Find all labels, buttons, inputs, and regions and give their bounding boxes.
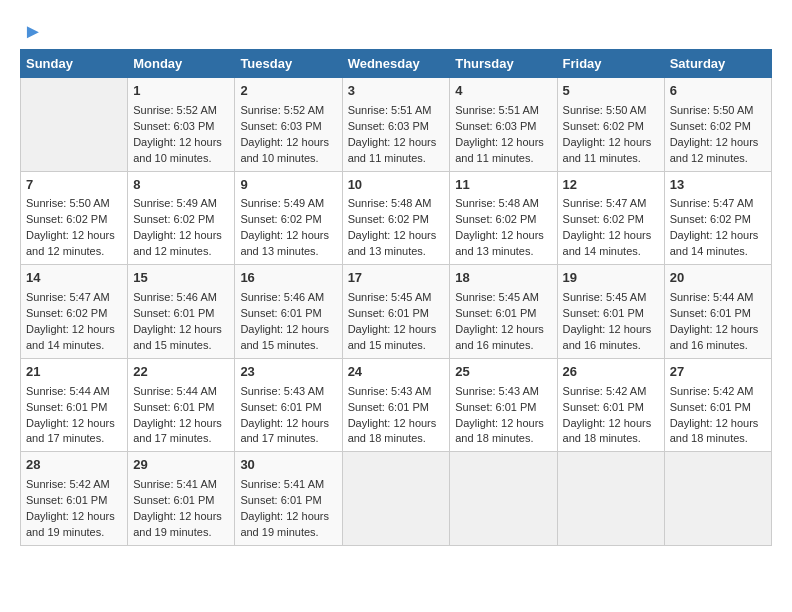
sunset-text: Sunset: 6:02 PM <box>670 212 766 228</box>
day-number: 8 <box>133 176 229 195</box>
day-number: 27 <box>670 363 766 382</box>
calendar-cell: 16Sunrise: 5:46 AMSunset: 6:01 PMDayligh… <box>235 265 342 359</box>
sunset-text: Sunset: 6:01 PM <box>240 306 336 322</box>
calendar-cell: 18Sunrise: 5:45 AMSunset: 6:01 PMDayligh… <box>450 265 557 359</box>
calendar-cell: 2Sunrise: 5:52 AMSunset: 6:03 PMDaylight… <box>235 78 342 172</box>
sunrise-text: Sunrise: 5:42 AM <box>563 384 659 400</box>
sunrise-text: Sunrise: 5:51 AM <box>455 103 551 119</box>
day-number: 14 <box>26 269 122 288</box>
calendar-cell: 13Sunrise: 5:47 AMSunset: 6:02 PMDayligh… <box>664 171 771 265</box>
weekday-header-thursday: Thursday <box>450 50 557 78</box>
sunrise-text: Sunrise: 5:52 AM <box>133 103 229 119</box>
sunset-text: Sunset: 6:02 PM <box>348 212 445 228</box>
calendar-cell <box>450 452 557 546</box>
sunrise-text: Sunrise: 5:47 AM <box>670 196 766 212</box>
sunset-text: Sunset: 6:02 PM <box>563 212 659 228</box>
daylight-text: Daylight: 12 hours and 17 minutes. <box>26 416 122 448</box>
sunrise-text: Sunrise: 5:48 AM <box>455 196 551 212</box>
day-number: 22 <box>133 363 229 382</box>
calendar-cell: 23Sunrise: 5:43 AMSunset: 6:01 PMDayligh… <box>235 358 342 452</box>
calendar-cell: 25Sunrise: 5:43 AMSunset: 6:01 PMDayligh… <box>450 358 557 452</box>
sunset-text: Sunset: 6:01 PM <box>455 400 551 416</box>
sunrise-text: Sunrise: 5:41 AM <box>240 477 336 493</box>
sunrise-text: Sunrise: 5:42 AM <box>670 384 766 400</box>
sunset-text: Sunset: 6:01 PM <box>670 400 766 416</box>
day-number: 9 <box>240 176 336 195</box>
day-number: 24 <box>348 363 445 382</box>
daylight-text: Daylight: 12 hours and 13 minutes. <box>348 228 445 260</box>
sunset-text: Sunset: 6:01 PM <box>26 493 122 509</box>
sunrise-text: Sunrise: 5:45 AM <box>563 290 659 306</box>
weekday-header-saturday: Saturday <box>664 50 771 78</box>
sunrise-text: Sunrise: 5:42 AM <box>26 477 122 493</box>
calendar-cell: 26Sunrise: 5:42 AMSunset: 6:01 PMDayligh… <box>557 358 664 452</box>
daylight-text: Daylight: 12 hours and 14 minutes. <box>26 322 122 354</box>
daylight-text: Daylight: 12 hours and 15 minutes. <box>348 322 445 354</box>
sunrise-text: Sunrise: 5:50 AM <box>563 103 659 119</box>
daylight-text: Daylight: 12 hours and 18 minutes. <box>455 416 551 448</box>
sunrise-text: Sunrise: 5:47 AM <box>26 290 122 306</box>
day-number: 30 <box>240 456 336 475</box>
sunset-text: Sunset: 6:01 PM <box>133 400 229 416</box>
day-number: 23 <box>240 363 336 382</box>
sunrise-text: Sunrise: 5:44 AM <box>133 384 229 400</box>
calendar-cell: 20Sunrise: 5:44 AMSunset: 6:01 PMDayligh… <box>664 265 771 359</box>
logo-arrow-icon: ► <box>23 20 43 43</box>
calendar-cell: 15Sunrise: 5:46 AMSunset: 6:01 PMDayligh… <box>128 265 235 359</box>
sunset-text: Sunset: 6:02 PM <box>240 212 336 228</box>
calendar-cell <box>342 452 450 546</box>
sunset-text: Sunset: 6:01 PM <box>133 493 229 509</box>
sunrise-text: Sunrise: 5:43 AM <box>240 384 336 400</box>
daylight-text: Daylight: 12 hours and 17 minutes. <box>240 416 336 448</box>
daylight-text: Daylight: 12 hours and 11 minutes. <box>455 135 551 167</box>
calendar-cell: 5Sunrise: 5:50 AMSunset: 6:02 PMDaylight… <box>557 78 664 172</box>
day-number: 19 <box>563 269 659 288</box>
calendar-cell: 11Sunrise: 5:48 AMSunset: 6:02 PMDayligh… <box>450 171 557 265</box>
daylight-text: Daylight: 12 hours and 12 minutes. <box>26 228 122 260</box>
sunset-text: Sunset: 6:02 PM <box>455 212 551 228</box>
sunset-text: Sunset: 6:02 PM <box>670 119 766 135</box>
sunrise-text: Sunrise: 5:45 AM <box>348 290 445 306</box>
daylight-text: Daylight: 12 hours and 14 minutes. <box>670 228 766 260</box>
calendar-cell: 22Sunrise: 5:44 AMSunset: 6:01 PMDayligh… <box>128 358 235 452</box>
logo: ► <box>20 20 43 43</box>
daylight-text: Daylight: 12 hours and 19 minutes. <box>26 509 122 541</box>
daylight-text: Daylight: 12 hours and 10 minutes. <box>240 135 336 167</box>
calendar-cell: 24Sunrise: 5:43 AMSunset: 6:01 PMDayligh… <box>342 358 450 452</box>
daylight-text: Daylight: 12 hours and 17 minutes. <box>133 416 229 448</box>
calendar-cell: 8Sunrise: 5:49 AMSunset: 6:02 PMDaylight… <box>128 171 235 265</box>
daylight-text: Daylight: 12 hours and 16 minutes. <box>670 322 766 354</box>
day-number: 10 <box>348 176 445 195</box>
weekday-header-wednesday: Wednesday <box>342 50 450 78</box>
calendar-cell: 1Sunrise: 5:52 AMSunset: 6:03 PMDaylight… <box>128 78 235 172</box>
sunset-text: Sunset: 6:02 PM <box>26 212 122 228</box>
calendar-cell: 19Sunrise: 5:45 AMSunset: 6:01 PMDayligh… <box>557 265 664 359</box>
sunrise-text: Sunrise: 5:41 AM <box>133 477 229 493</box>
calendar-table: SundayMondayTuesdayWednesdayThursdayFrid… <box>20 49 772 546</box>
daylight-text: Daylight: 12 hours and 18 minutes. <box>348 416 445 448</box>
calendar-cell: 10Sunrise: 5:48 AMSunset: 6:02 PMDayligh… <box>342 171 450 265</box>
calendar-cell <box>557 452 664 546</box>
day-number: 1 <box>133 82 229 101</box>
calendar-cell: 3Sunrise: 5:51 AMSunset: 6:03 PMDaylight… <box>342 78 450 172</box>
weekday-header-monday: Monday <box>128 50 235 78</box>
calendar-cell: 6Sunrise: 5:50 AMSunset: 6:02 PMDaylight… <box>664 78 771 172</box>
sunset-text: Sunset: 6:01 PM <box>455 306 551 322</box>
daylight-text: Daylight: 12 hours and 15 minutes. <box>133 322 229 354</box>
sunset-text: Sunset: 6:01 PM <box>26 400 122 416</box>
calendar-cell <box>664 452 771 546</box>
day-number: 2 <box>240 82 336 101</box>
calendar-cell: 27Sunrise: 5:42 AMSunset: 6:01 PMDayligh… <box>664 358 771 452</box>
calendar-cell: 30Sunrise: 5:41 AMSunset: 6:01 PMDayligh… <box>235 452 342 546</box>
sunrise-text: Sunrise: 5:44 AM <box>26 384 122 400</box>
day-number: 20 <box>670 269 766 288</box>
calendar-cell <box>21 78 128 172</box>
calendar-cell: 17Sunrise: 5:45 AMSunset: 6:01 PMDayligh… <box>342 265 450 359</box>
sunrise-text: Sunrise: 5:52 AM <box>240 103 336 119</box>
sunrise-text: Sunrise: 5:49 AM <box>133 196 229 212</box>
sunset-text: Sunset: 6:03 PM <box>348 119 445 135</box>
daylight-text: Daylight: 12 hours and 12 minutes. <box>133 228 229 260</box>
daylight-text: Daylight: 12 hours and 12 minutes. <box>670 135 766 167</box>
sunset-text: Sunset: 6:02 PM <box>133 212 229 228</box>
sunset-text: Sunset: 6:01 PM <box>348 400 445 416</box>
